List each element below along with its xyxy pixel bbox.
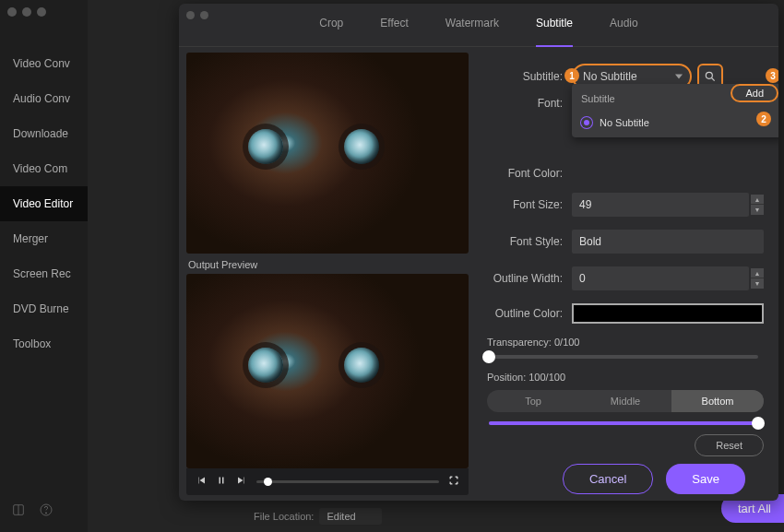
seek-track[interactable] [256, 480, 439, 483]
outline-width-input[interactable]: 0 [572, 266, 749, 290]
dropdown-option-label: No Subtitle [600, 117, 649, 128]
sidebar-item-video-editor[interactable]: Video Editor [0, 186, 88, 221]
position-bottom[interactable]: Bottom [671, 390, 764, 412]
book-icon[interactable] [11, 502, 26, 521]
font-size-stepper[interactable]: ▲▼ [751, 195, 764, 215]
output-preview-label: Output Preview [186, 254, 469, 274]
transparency-label: Transparency: 0/100 [487, 337, 764, 348]
sidebar-item-toolbox[interactable]: Toolbox [0, 326, 88, 361]
font-color-label: Font Color: [487, 167, 572, 180]
sidebar-item-screen-rec[interactable]: Screen Rec [0, 256, 88, 291]
sidebar: Video Conv Audio Conv Downloade Video Co… [0, 0, 88, 532]
transparency-slider[interactable] [489, 355, 758, 359]
prev-frame-icon[interactable] [196, 475, 207, 488]
marker-3: 3 [766, 68, 778, 83]
svg-point-3 [45, 513, 46, 514]
sidebar-item-dvd-burner[interactable]: DVD Burne [0, 291, 88, 326]
player-controls[interactable] [186, 468, 469, 495]
font-size-label: Font Size: [487, 198, 572, 211]
file-location-value[interactable]: Edited [319, 508, 381, 525]
add-subtitle-button[interactable]: Add [731, 84, 778, 102]
window-traffic-lights[interactable] [7, 7, 46, 17]
cancel-button[interactable]: Cancel [563, 464, 653, 494]
reset-button[interactable]: Reset [695, 434, 764, 456]
source-preview [186, 53, 469, 254]
tab-effect[interactable]: Effect [380, 17, 408, 37]
fullscreen-icon[interactable] [448, 475, 459, 488]
svg-point-10 [706, 72, 712, 78]
position-top[interactable]: Top [487, 390, 579, 412]
sidebar-item-merger[interactable]: Merger [0, 221, 88, 256]
sidebar-item-video-conv[interactable]: Video Conv [0, 46, 88, 81]
subtitle-dropdown[interactable]: Add Subtitle No Subtitle [572, 84, 778, 137]
pause-icon[interactable] [216, 475, 227, 488]
subtitle-label: Subtitle: [487, 70, 572, 83]
position-middle[interactable]: Middle [579, 390, 671, 412]
dropdown-option-no-subtitle[interactable]: No Subtitle [572, 112, 778, 134]
modal-traffic-lights[interactable] [186, 11, 208, 19]
file-location-row: File Location: Edited [254, 508, 382, 525]
next-frame-icon[interactable] [236, 475, 247, 488]
file-location-label: File Location: [254, 511, 314, 522]
modal-footer: Cancel Save [487, 464, 764, 500]
output-preview [186, 274, 469, 468]
position-buttons: Top Middle Bottom [487, 390, 764, 412]
tab-audio[interactable]: Audio [610, 17, 638, 37]
svg-rect-9 [222, 478, 224, 484]
sidebar-item-video-com[interactable]: Video Com [0, 151, 88, 186]
editor-tabs: Crop Effect Watermark Subtitle Audio [179, 4, 778, 47]
sidebar-item-downloader[interactable]: Downloade [0, 116, 88, 151]
marker-1: 1 [564, 68, 579, 83]
main-area: File Location: Edited tart All Crop Effe… [88, 0, 784, 532]
marker-2: 2 [756, 112, 771, 126]
outline-color-label: Outline Color: [487, 307, 572, 320]
tab-subtitle[interactable]: Subtitle [536, 17, 573, 37]
subtitle-controls: 1 2 3 Subtitle: No Subtitle Add Subtitle [469, 47, 778, 501]
outline-width-label: Outline Width: [487, 272, 572, 285]
font-label: Font: [487, 97, 572, 110]
svg-rect-8 [220, 478, 221, 484]
position-slider[interactable] [489, 421, 758, 425]
outline-color-swatch[interactable] [572, 303, 764, 324]
sidebar-item-audio-conv[interactable]: Audio Conv [0, 81, 88, 116]
position-label: Position: 100/100 [487, 372, 764, 383]
svg-line-11 [712, 78, 715, 81]
editor-modal: Crop Effect Watermark Subtitle Audio Out… [179, 4, 778, 501]
outline-width-stepper[interactable]: ▲▼ [751, 268, 764, 289]
preview-column: Output Preview [179, 47, 469, 501]
save-button[interactable]: Save [666, 464, 745, 494]
radio-checked-icon [581, 117, 592, 128]
tab-crop[interactable]: Crop [319, 17, 343, 37]
tab-watermark[interactable]: Watermark [445, 17, 499, 37]
help-icon[interactable] [39, 502, 53, 521]
font-style-label: Font Style: [487, 235, 572, 248]
font-size-input[interactable]: 49 [572, 193, 749, 217]
font-style-select[interactable]: Bold [572, 230, 764, 254]
